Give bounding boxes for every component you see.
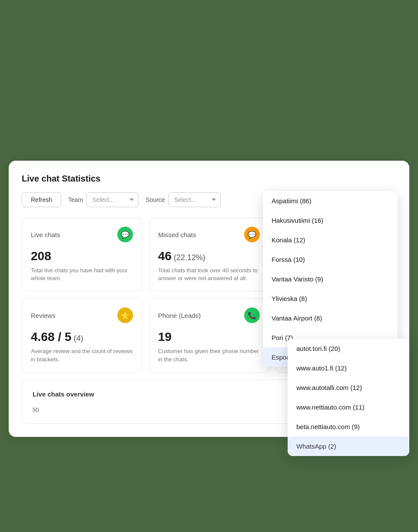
team-dropdown-item[interactable]: Ylivieska (8)	[263, 289, 398, 308]
stat-icon: 📞	[244, 307, 260, 323]
stat-title: Phone (Leads)	[158, 312, 201, 319]
team-filter-group: Team Select...	[68, 192, 139, 207]
team-dropdown-item[interactable]: Hakusivutiimi (16)	[263, 211, 398, 230]
team-dropdown-item[interactable]: Aspatiimi (86)	[263, 191, 398, 211]
stat-title: Missed chats	[158, 231, 196, 238]
stat-header: Phone (Leads) 📞	[158, 307, 260, 323]
source-dropdown-item[interactable]: www.autotalli.com (12)	[288, 378, 409, 397]
stat-value: 4.68 / 5 (4)	[31, 330, 133, 344]
stat-title: Live chats	[31, 231, 60, 238]
source-dropdown-item[interactable]: www.nettiauto.com (11)	[288, 397, 409, 417]
stat-value: 19	[158, 330, 260, 344]
source-dropdown-item[interactable]: autot.tori.fi (20)	[288, 339, 409, 358]
stat-card: Phone (Leads) 📞 19 Customer has given th…	[149, 298, 269, 372]
source-filter-group: Source Select...	[146, 192, 220, 207]
refresh-button[interactable]: Refresh	[22, 192, 61, 207]
stat-description: Total chats that took over 40 seconds to…	[158, 267, 260, 282]
stat-value: 208	[31, 249, 133, 263]
stat-icon: 💬	[117, 227, 133, 242]
team-dropdown-item[interactable]: Vantaa Varisto (9)	[263, 269, 398, 289]
source-dropdown-item[interactable]: www.auto1.fi (12)	[288, 358, 409, 378]
stat-description: Customer has given their phone number in…	[158, 347, 260, 363]
team-dropdown-item[interactable]: Konala (12)	[263, 230, 398, 250]
stat-card: Live chats 💬 208 Total live chats you ha…	[22, 218, 142, 291]
stat-card: Missed chats 💬 46 (22.12%) Total chats t…	[149, 218, 269, 291]
stat-header: Live chats 💬	[31, 227, 133, 242]
team-label: Team	[68, 196, 83, 203]
stat-icon: 💬	[244, 227, 260, 242]
stat-icon: ⭐	[117, 307, 133, 323]
stat-title: Reviews	[31, 312, 56, 319]
stat-card: Reviews ⭐ 4.68 / 5 (4) Average review an…	[22, 298, 142, 372]
stat-header: Missed chats 💬	[158, 227, 260, 242]
source-label: Source	[146, 196, 165, 203]
page-title: Live chat Statistics	[22, 174, 396, 184]
source-dropdown-item[interactable]: WhatsApp (2)	[288, 436, 409, 456]
stat-value: 46 (22.12%)	[158, 249, 260, 263]
team-dropdown-item[interactable]: Vantaa Airport (8)	[263, 308, 398, 328]
stat-header: Reviews ⭐	[31, 307, 133, 323]
stat-value-suffix: (22.12%)	[172, 253, 206, 262]
source-dropdown-item[interactable]: beta.nettiauto.com (9)	[288, 417, 409, 436]
source-dropdown[interactable]: autot.tori.fi (20)www.auto1.fi (12)www.a…	[288, 339, 409, 456]
stat-description: Total live chats you have had with your …	[31, 267, 133, 282]
stat-value-suffix: (4)	[71, 334, 83, 343]
source-select[interactable]: Select...	[169, 192, 221, 207]
team-select[interactable]: Select...	[86, 192, 139, 207]
stat-description: Average review and the count of reviews …	[31, 347, 133, 363]
team-dropdown-item[interactable]: Forssa (10)	[263, 250, 398, 269]
